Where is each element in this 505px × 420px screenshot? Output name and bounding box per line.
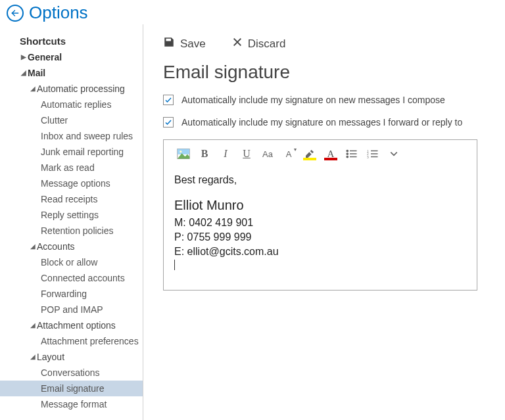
sidebar-item-block-or-allow[interactable]: Block or allow [0,254,143,270]
signature-name: Elliot Munro [174,198,466,213]
highlight-icon[interactable] [301,145,319,162]
caret-down-icon: ◢ [29,317,37,333]
signature-editor: B I U Aa A▾ A [163,139,477,291]
sidebar-item-forwarding[interactable]: Forwarding [0,286,143,302]
svg-point-3 [180,151,181,152]
signature-content[interactable]: Best regards, Elliot Munro M: 0402 419 9… [164,168,477,290]
sidebar-group-layout[interactable]: ◢Layout [0,349,143,365]
underline-icon[interactable]: U [237,145,256,162]
sidebar-group-attachment-options[interactable]: ◢Attachment options [0,317,143,333]
signature-greeting: Best regards, [174,174,466,186]
svg-point-9 [347,156,348,157]
bold-icon[interactable]: B [195,145,214,162]
save-icon [163,36,175,51]
font-size-icon[interactable]: A▾ [279,145,298,162]
sidebar-item-junk-email[interactable]: Junk email reporting [0,144,143,160]
sidebar-item-mark-as-read[interactable]: Mark as read [0,160,143,175]
page-title: Email signature [163,62,487,83]
checkbox-label: Automatically include my signature on me… [181,117,462,128]
editor-toolbar: B I U Aa A▾ A [164,140,477,168]
caret-right-icon: ▶ [20,49,28,65]
caret-down-icon: ◢ [29,239,37,254]
sidebar-item-shortcuts[interactable]: Shortcuts [0,34,143,49]
bullet-list-icon[interactable] [343,145,361,162]
save-button[interactable]: Save [163,36,206,51]
checkbox-include-compose[interactable] [163,95,174,105]
back-button[interactable] [7,5,24,22]
signature-phone: P: 0755 999 999 [174,230,466,245]
discard-button[interactable]: Discard [232,36,286,51]
sidebar-item-retention-policies[interactable]: Retention policies [0,223,143,239]
sidebar-item-email-signature[interactable]: Email signature [0,381,143,396]
checkbox-include-reply[interactable] [163,117,174,128]
sidebar-item-mail[interactable]: ◢Mail [0,65,143,81]
more-options-icon[interactable] [385,145,403,162]
sidebar-item-conversations[interactable]: Conversations [0,365,143,381]
sidebar-item-clutter[interactable]: Clutter [0,112,143,128]
page-header-title: Options [29,3,88,23]
insert-image-icon[interactable] [174,145,193,162]
sidebar-item-connected-accounts[interactable]: Connected accounts [0,270,143,286]
font-color-icon[interactable]: A [322,145,340,162]
sidebar-item-message-format[interactable]: Message format [0,396,143,412]
close-icon [232,37,243,51]
number-list-icon[interactable]: 123 [364,145,382,162]
signature-email: E: elliot@gcits.com.au [174,245,466,259]
sidebar-group-automatic-processing[interactable]: ◢Automatic processing [0,81,143,97]
italic-icon[interactable]: I [216,145,235,162]
caret-down-icon: ◢ [20,65,28,81]
text-cursor [174,260,175,270]
svg-point-5 [347,150,348,151]
signature-mobile: M: 0402 419 901 [174,216,466,230]
options-sidebar: Shortcuts ▶General ◢Mail ◢Automatic proc… [0,24,143,420]
checkbox-label: Automatically include my signature on ne… [181,95,445,105]
sidebar-item-message-options[interactable]: Message options [0,175,143,191]
svg-text:3: 3 [367,155,369,158]
font-family-icon[interactable]: Aa [258,145,277,162]
svg-point-7 [347,153,348,154]
sidebar-item-pop-imap[interactable]: POP and IMAP [0,302,143,317]
caret-down-icon: ◢ [29,349,37,365]
sidebar-item-general[interactable]: ▶General [0,49,143,65]
sidebar-item-attachment-preferences[interactable]: Attachment preferences [0,333,143,349]
svg-rect-2 [178,149,189,154]
sidebar-item-reply-settings[interactable]: Reply settings [0,207,143,223]
sidebar-item-automatic-replies[interactable]: Automatic replies [0,97,143,112]
caret-down-icon: ◢ [29,81,37,97]
sidebar-item-inbox-sweep[interactable]: Inbox and sweep rules [0,128,143,144]
sidebar-group-accounts[interactable]: ◢Accounts [0,239,143,254]
sidebar-item-read-receipts[interactable]: Read receipts [0,191,143,207]
